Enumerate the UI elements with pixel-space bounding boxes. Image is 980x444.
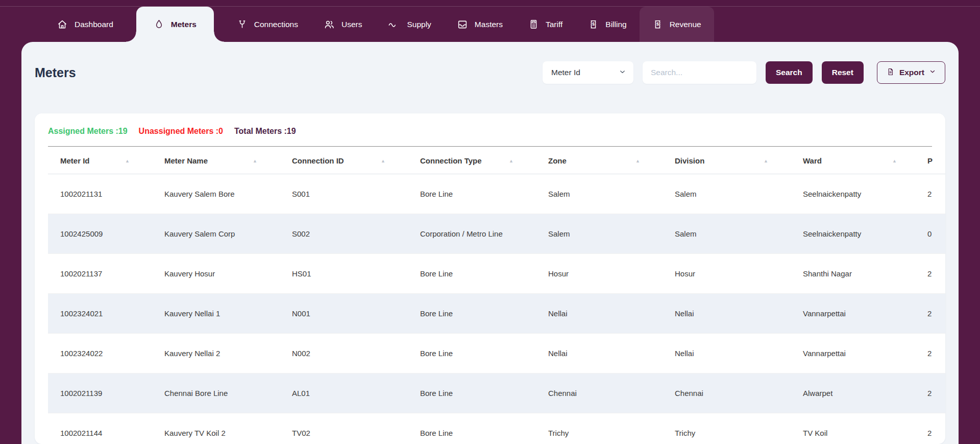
nav-item-label: Connections [254,20,298,29]
sort-icon[interactable]: ▲ [381,158,385,163]
page-header: Meters Meter Id Search Reset Export [35,42,945,113]
sort-icon[interactable]: ▲ [125,158,130,163]
column-header-label: Ward [803,156,822,165]
table-cell: Bore Line [408,294,536,334]
table-header-row: Meter Id▲Meter Name▲Connection ID▲Connec… [48,147,945,174]
column-header-label: Division [675,156,704,165]
nav-item-connections[interactable]: Connections [224,7,311,42]
table-cell: Nellai [663,334,791,373]
table-cell: Alwarpet [791,373,919,413]
nav-item-meters[interactable]: Meters [136,7,214,42]
table-cell: Seelnaickenpatty [791,214,919,254]
export-button-label: Export [899,68,924,77]
svg-text:$: $ [656,21,659,27]
table-cell: Nellai [536,294,663,334]
meter-stats: Assigned Meters :19 Unassigned Meters :0… [48,113,932,146]
receipt-dollar-icon: $ [588,19,599,30]
column-header-division[interactable]: Division▲ [663,147,791,174]
table-cell: TV02 [280,413,408,444]
users-icon [324,19,335,30]
column-header-meter-name[interactable]: Meter Name▲ [152,147,280,174]
page-title: Meters [35,65,76,80]
table-cell: Kauvery Hosur [152,254,280,294]
table-cell: Trichy [663,413,791,444]
table-cell: Salem [536,174,663,214]
table-cell: 1002324021 [48,294,152,334]
table-body: 1002021131Kauvery Salem BoreS001Bore Lin… [48,174,945,444]
unassigned-meters-stat: Unassigned Meters :0 [139,127,223,136]
nav-item-supply[interactable]: Supply [375,7,444,42]
table-row[interactable]: 1002021137Kauvery HosurHS01Bore LineHosu… [48,254,945,294]
column-header-label: Connection ID [292,156,344,165]
table-cell: Bore Line [408,174,536,214]
column-header-connection-id[interactable]: Connection ID▲ [280,147,408,174]
table-cell: HS01 [280,254,408,294]
table-row[interactable]: 1002021131Kauvery Salem BoreS001Bore Lin… [48,174,945,214]
table-row[interactable]: 1002324022Kauvery Nellai 2N002Bore LineN… [48,334,945,373]
reset-button[interactable]: Reset [822,61,864,84]
nav-item-tariff[interactable]: Tariff [516,7,575,42]
search-field-selected-value: Meter Id [551,68,580,77]
svg-text:$: $ [592,21,595,27]
table-cell: Hosur [663,254,791,294]
table-cell: Chennai [536,373,663,413]
column-header-ward[interactable]: Ward▲ [791,147,919,174]
column-header-connection-type[interactable]: Connection Type▲ [408,147,536,174]
table-cell: Salem [663,174,791,214]
search-field-select[interactable]: Meter Id [543,61,633,84]
table-cell: S001 [280,174,408,214]
document-icon [886,67,895,78]
table-cell: Kauvery Nellai 1 [152,294,280,334]
column-header-label: P [927,156,933,165]
table-row[interactable]: 1002021144Kauvery TV Koil 2TV02Bore Line… [48,413,945,444]
sort-icon[interactable]: ▲ [892,158,897,163]
column-header-label: Meter Id [60,156,90,165]
table-cell: 2 [919,174,945,214]
table-cell: Kauvery Salem Bore [152,174,280,214]
table-cell: Kauvery Nellai 2 [152,334,280,373]
column-header-zone[interactable]: Zone▲ [536,147,663,174]
sort-icon[interactable]: ▲ [764,158,768,163]
column-header-label: Connection Type [420,156,482,165]
table-cell: Nellai [663,294,791,334]
page-card: Meters Meter Id Search Reset Export [21,42,959,444]
nav-item-masters[interactable]: Masters [444,7,516,42]
table-cell: Seelnaickenpatty [791,174,919,214]
column-header-meter-id[interactable]: Meter Id▲ [48,147,152,174]
search-button[interactable]: Search [766,61,813,84]
water-drop-icon [154,19,164,30]
export-button[interactable]: Export [877,61,945,84]
table-cell: Salem [663,214,791,254]
nav-item-users[interactable]: Users [311,7,375,42]
table-row[interactable]: 1002324021Kauvery Nellai 1N001Bore LineN… [48,294,945,334]
nav-item-dashboard[interactable]: Dashboard [44,7,126,42]
table-cell: 2 [919,373,945,413]
sort-icon[interactable]: ▲ [635,158,640,163]
top-strip [0,0,980,7]
table-cell: 2 [919,413,945,444]
nav-item-label: Meters [171,20,197,29]
table-cell: N002 [280,334,408,373]
table-cell: Corporation / Metro Line [408,214,536,254]
table-cell: Chennai Bore Line [152,373,280,413]
nav-item-label: Users [341,20,362,29]
table-cell: Kauvery TV Koil 2 [152,413,280,444]
table-cell: 2 [919,334,945,373]
table-cell: Bore Line [408,254,536,294]
chevron-down-icon [929,68,936,77]
nav-item-label: Tariff [546,20,562,29]
sort-icon[interactable]: ▲ [253,158,257,163]
table-row[interactable]: 1002425009Kauvery Salem CorpS002Corporat… [48,214,945,254]
sort-icon[interactable]: ▲ [509,158,513,163]
pipe-fork-icon [237,19,248,30]
column-header-p[interactable]: P [919,147,945,174]
table-cell: TV Koil [791,413,919,444]
search-input[interactable] [643,61,756,84]
wave-icon [387,19,400,30]
table-cell: 1002021131 [48,174,152,214]
nav-item-billing[interactable]: $Billing [575,7,639,42]
nav-item-revenue[interactable]: $Revenue [640,7,714,42]
receipt-dollar-icon: $ [652,19,663,30]
table-row[interactable]: 1002021139Chennai Bore LineAL01Bore Line… [48,373,945,413]
table-cell: Nellai [536,334,663,373]
